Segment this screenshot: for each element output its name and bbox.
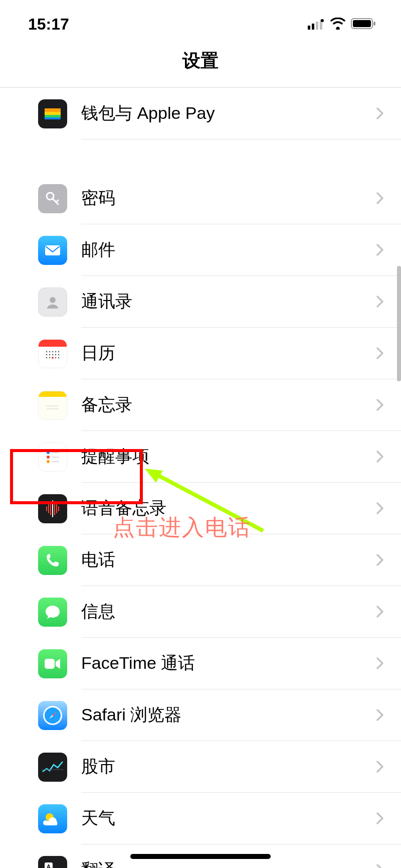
status-bar: 15:17 [0,0,401,39]
settings-row-stocks[interactable]: 股市 [0,741,401,793]
svg-rect-2 [316,22,318,30]
svg-point-29 [49,357,51,358]
svg-rect-10 [45,112,61,115]
svg-point-23 [46,354,48,355]
settings-row-notes[interactable]: 备忘录 [0,379,401,431]
settings-row-voice-memos[interactable]: 语音备忘录 [0,483,401,534]
svg-point-22 [58,351,60,352]
chevron-right-icon [376,243,384,256]
settings-row-safari[interactable]: Safari 浏览器 [0,689,401,741]
settings-row-label: 语音备忘录 [81,497,376,520]
settings-row-label: 邮件 [81,238,376,261]
chevron-right-icon [376,502,384,515]
svg-point-26 [55,354,57,355]
settings-row-label: 电话 [81,548,376,571]
facetime-icon [38,649,67,678]
contacts-icon [38,287,67,317]
messages-icon [38,598,67,627]
battery-icon [351,15,377,34]
chevron-right-icon [376,553,384,566]
settings-row-mail[interactable]: 邮件 [0,224,401,276]
settings-row-calendar[interactable]: 日历 [0,328,401,379]
reminders-icon [38,443,67,472]
svg-text:A: A [47,863,51,869]
svg-point-25 [52,354,54,355]
settings-row-label: 钱包与 Apple Pay [81,102,376,125]
voice-memos-icon [38,494,67,523]
settings-row-label: 翻译 [81,858,376,868]
svg-rect-12 [45,117,61,119]
chevron-right-icon [376,812,384,825]
settings-row-label: 天气 [81,807,376,830]
svg-point-17 [50,297,56,303]
svg-point-30 [55,357,57,358]
chevron-right-icon [376,192,384,205]
settings-row-facetime[interactable]: FaceTime 通话 [0,638,401,689]
svg-point-31 [58,357,60,358]
svg-point-37 [47,460,50,463]
svg-rect-0 [308,26,310,30]
cellular-icon [308,15,325,34]
status-time: 15:17 [28,15,69,34]
settings-row-label: 密码 [81,187,376,210]
chevron-right-icon [376,863,384,868]
calendar-icon [38,339,67,368]
home-indicator[interactable] [130,854,271,859]
status-indicators [308,15,377,34]
settings-row-label: Safari 浏览器 [81,703,376,727]
svg-point-27 [58,354,60,355]
settings-row-wallet[interactable]: 钱包与 Apple Pay [0,88,401,139]
settings-row-label: 信息 [81,600,376,623]
svg-point-35 [47,451,50,454]
settings-row-label: FaceTime 通话 [81,652,376,675]
wallet-icon [38,99,67,128]
settings-row-label: 备忘录 [81,393,376,416]
settings-row-label: 股市 [81,755,376,778]
settings-row-passwords[interactable]: 密码 [0,173,401,224]
svg-rect-1 [312,24,314,30]
svg-rect-6 [353,20,371,27]
phone-icon [38,546,67,575]
svg-line-15 [56,200,58,202]
settings-row-weather[interactable]: 天气 [0,793,401,844]
svg-rect-9 [45,108,61,112]
settings-group-wallet: 钱包与 Apple Pay [0,88,401,139]
svg-point-24 [49,354,51,355]
wifi-icon [330,15,346,34]
chevron-right-icon [376,657,384,670]
notes-icon [38,391,67,420]
settings-row-phone[interactable]: 电话 [0,534,401,586]
chevron-right-icon [376,295,384,308]
chevron-right-icon [376,708,384,721]
svg-rect-11 [45,115,61,117]
chevron-right-icon [376,398,384,411]
svg-rect-48 [45,659,55,669]
svg-rect-16 [45,245,60,255]
svg-point-21 [55,351,57,352]
stocks-icon [38,753,67,782]
translate-icon: A文 [38,856,67,869]
svg-point-28 [46,357,48,358]
svg-point-4 [321,19,324,22]
svg-point-18 [46,351,48,352]
chevron-right-icon [376,347,384,360]
settings-row-reminders[interactable]: 提醒事项 [0,431,401,483]
mail-icon [38,236,67,265]
svg-rect-7 [373,22,375,26]
safari-icon [38,701,67,730]
settings-group-apps: 密码 邮件 通讯录 日历 [0,173,401,868]
chevron-right-icon [376,760,384,773]
scrollbar[interactable] [397,266,401,381]
chevron-right-icon [376,450,384,463]
settings-row-messages[interactable]: 信息 [0,586,401,638]
svg-point-19 [49,351,51,352]
svg-point-32 [52,357,54,359]
weather-icon [38,804,67,833]
key-icon [38,184,67,213]
svg-point-20 [52,351,54,352]
settings-row-label: 日历 [81,342,376,365]
settings-row-contacts[interactable]: 通讯录 [0,276,401,328]
settings-row-label: 通讯录 [81,290,376,313]
settings-row-label: 提醒事项 [81,445,376,468]
chevron-right-icon [376,107,384,120]
